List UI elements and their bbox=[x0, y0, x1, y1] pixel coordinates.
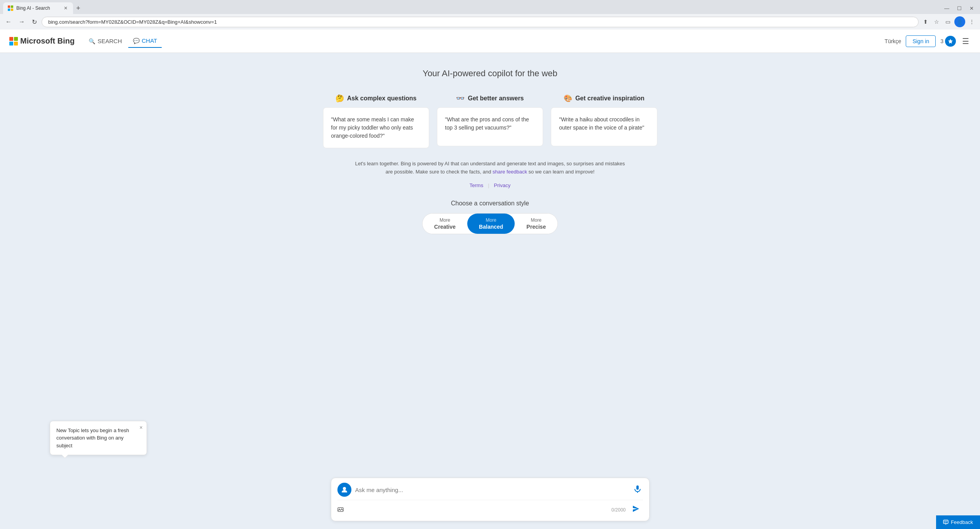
browser-menu-button[interactable]: ⋮ bbox=[967, 17, 977, 26]
conv-style-section: Choose a conversation style More Creativ… bbox=[323, 200, 657, 234]
header-right: Türkçe Sign in 3 ☰ bbox=[885, 35, 971, 47]
chat-avatar bbox=[337, 483, 351, 497]
svg-rect-7 bbox=[14, 42, 18, 46]
share-button[interactable]: ⬆ bbox=[921, 17, 930, 26]
disclaimer: Let's learn together. Bing is powered by… bbox=[354, 160, 626, 176]
nav-search[interactable]: 🔍 SEARCH bbox=[84, 35, 127, 47]
copilot-tagline: Your AI-powered copilot for the web bbox=[423, 68, 557, 79]
svg-rect-2 bbox=[8, 9, 10, 11]
minimize-button[interactable]: — bbox=[941, 4, 952, 13]
chat-input-section: 0/2000 bbox=[331, 478, 650, 521]
svg-rect-5 bbox=[14, 37, 18, 41]
feature-heading-1-text: Ask complex questions bbox=[347, 95, 417, 102]
microphone-icon bbox=[634, 485, 641, 493]
svg-rect-3 bbox=[11, 9, 13, 11]
feature-heading-3-text: Get creative inspiration bbox=[575, 95, 645, 102]
svg-rect-0 bbox=[8, 5, 10, 8]
tab-title: Bing AI - Search bbox=[16, 5, 60, 11]
bookmark-button[interactable]: ☆ bbox=[932, 17, 942, 26]
feature-card-2-text: "What are the pros and cons of the top 3… bbox=[445, 116, 529, 131]
send-button[interactable] bbox=[629, 503, 643, 516]
share-feedback-link[interactable]: share feedback bbox=[493, 169, 527, 175]
new-tab-button[interactable]: + bbox=[73, 5, 84, 12]
tooltip-close-button[interactable]: × bbox=[140, 424, 143, 431]
feature-heading-3: 🎨 Get creative inspiration bbox=[551, 94, 657, 103]
profile-button[interactable]: 👤 bbox=[954, 16, 965, 27]
image-search-icon bbox=[337, 507, 344, 513]
send-icon bbox=[632, 505, 640, 513]
precise-line1: More bbox=[531, 217, 542, 223]
rewards-badge: 3 bbox=[940, 36, 956, 47]
feature-ask-complex: 🤔 Ask complex questions "What are some m… bbox=[323, 94, 429, 148]
feature-creative: 🎨 Get creative inspiration "Write a haik… bbox=[551, 94, 657, 148]
legal-links: Terms | Privacy bbox=[470, 182, 510, 188]
privacy-link[interactable]: Privacy bbox=[494, 182, 511, 188]
main-content: Your AI-powered copilot for the web 🤔 As… bbox=[315, 53, 665, 254]
language-selector[interactable]: Türkçe bbox=[885, 38, 901, 44]
svg-rect-1 bbox=[11, 5, 13, 8]
svg-rect-4 bbox=[9, 37, 13, 41]
back-button[interactable]: ← bbox=[3, 17, 14, 27]
nav-chat[interactable]: 💬 CHAT bbox=[128, 34, 162, 48]
conv-style-precise[interactable]: More Precise bbox=[515, 214, 557, 234]
active-tab[interactable]: Bing AI - Search ✕ bbox=[3, 2, 73, 14]
svg-point-9 bbox=[343, 487, 346, 490]
bing-logo[interactable]: Microsoft Bing bbox=[9, 37, 75, 46]
close-window-button[interactable]: ✕ bbox=[966, 4, 977, 13]
chat-input-row bbox=[337, 483, 643, 497]
rewards-count: 3 bbox=[940, 38, 943, 44]
creative-line2: Creative bbox=[434, 224, 456, 230]
tooltip-text: New Topic lets you begin a fresh convers… bbox=[56, 427, 129, 448]
creative-emoji: 🎨 bbox=[564, 94, 572, 103]
balanced-line2: Balanced bbox=[479, 224, 503, 230]
feature-grid: 🤔 Ask complex questions "What are some m… bbox=[323, 94, 657, 148]
svg-rect-6 bbox=[9, 42, 13, 46]
microphone-button[interactable] bbox=[632, 483, 643, 496]
tab-favicon bbox=[8, 5, 13, 11]
chat-bot-icon bbox=[341, 486, 348, 494]
feedback-icon bbox=[943, 520, 949, 525]
search-icon: 🔍 bbox=[89, 38, 95, 44]
image-search-button[interactable] bbox=[337, 507, 344, 513]
feature-heading-2-text: Get better answers bbox=[468, 95, 524, 102]
conv-style-creative[interactable]: More Creative bbox=[423, 214, 467, 234]
hamburger-menu-button[interactable]: ☰ bbox=[961, 35, 971, 47]
feedback-button[interactable]: Feedback bbox=[936, 515, 980, 529]
browser-chrome: Bing AI - Search ✕ + — ☐ ✕ ← → ↻ ⬆ ☆ ▭ 👤… bbox=[0, 0, 980, 30]
address-input[interactable] bbox=[42, 17, 919, 27]
feature-heading-2: 👓 Get better answers bbox=[437, 94, 543, 103]
tab-close-button[interactable]: ✕ bbox=[63, 5, 68, 12]
char-count-send-row: 0/2000 bbox=[611, 503, 643, 516]
chat-input-footer: 0/2000 bbox=[337, 500, 643, 516]
address-bar-row: ← → ↻ ⬆ ☆ ▭ 👤 ⋮ bbox=[0, 14, 980, 30]
svg-rect-15 bbox=[943, 520, 948, 524]
sign-in-button[interactable]: Sign in bbox=[906, 35, 936, 47]
sidebar-toggle-button[interactable]: ▭ bbox=[943, 17, 953, 26]
char-count: 0/2000 bbox=[611, 507, 626, 513]
ask-complex-emoji: 🤔 bbox=[335, 94, 344, 103]
reload-button[interactable]: ↻ bbox=[30, 17, 39, 27]
nav-links: 🔍 SEARCH 💬 CHAT bbox=[84, 34, 162, 48]
address-right: ⬆ ☆ ▭ 👤 ⋮ bbox=[921, 16, 977, 27]
feature-card-2: "What are the pros and cons of the top 3… bbox=[437, 107, 543, 146]
maximize-button[interactable]: ☐ bbox=[954, 4, 965, 13]
microsoft-logo-icon bbox=[9, 37, 18, 46]
feature-heading-1: 🤔 Ask complex questions bbox=[323, 94, 429, 103]
feature-card-3-text: "Write a haiku about crocodiles in outer… bbox=[559, 116, 644, 131]
disclaimer-end-text: so we can learn and improve! bbox=[529, 169, 595, 175]
tab-bar: Bing AI - Search ✕ + — ☐ ✕ bbox=[0, 0, 980, 14]
chat-icon: 💬 bbox=[133, 38, 140, 44]
header: Microsoft Bing 🔍 SEARCH 💬 CHAT Türkçe Si… bbox=[0, 30, 980, 53]
forward-button[interactable]: → bbox=[16, 17, 27, 27]
conv-style-buttons: More Creative More Balanced More Precise bbox=[422, 213, 558, 234]
conv-style-balanced[interactable]: More Balanced bbox=[467, 214, 515, 234]
creative-line1: More bbox=[440, 217, 450, 223]
feedback-label: Feedback bbox=[951, 519, 973, 525]
terms-link[interactable]: Terms bbox=[470, 182, 483, 188]
rewards-icon[interactable] bbox=[945, 36, 956, 47]
chat-input[interactable] bbox=[355, 487, 628, 493]
feature-card-1-text: "What are some meals I can make for my p… bbox=[331, 116, 414, 139]
precise-line2: Precise bbox=[526, 224, 546, 230]
legal-divider: | bbox=[488, 182, 489, 188]
conv-style-label: Choose a conversation style bbox=[451, 200, 529, 207]
